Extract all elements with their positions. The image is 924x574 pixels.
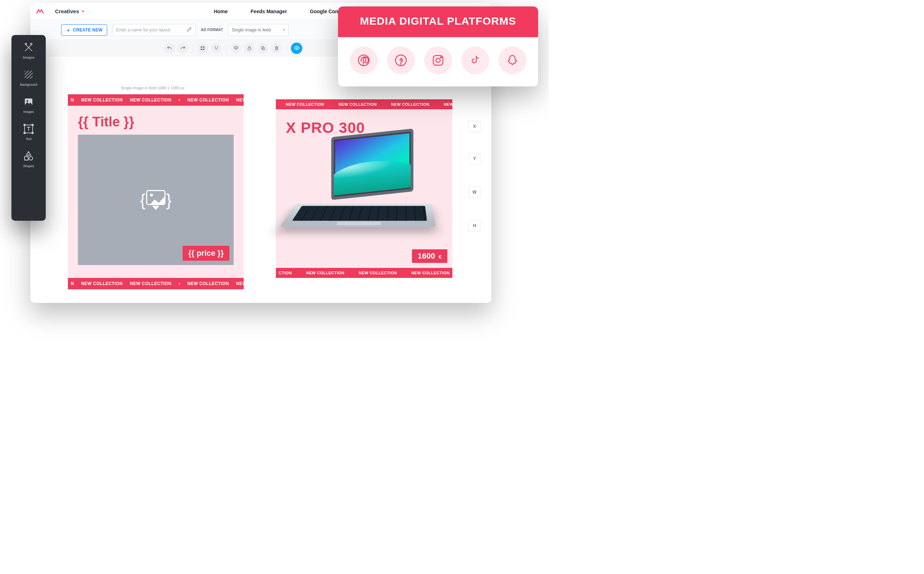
layout-name-placeholder: Enter a name for your layout <box>116 27 170 33</box>
sidebar-item-label: Background <box>20 83 37 87</box>
pinterest-icon[interactable] <box>350 46 377 74</box>
sidebar-item-label: Images <box>23 110 34 114</box>
chevron-down-icon <box>152 206 160 210</box>
ticker-segment: NEW CO <box>236 98 244 102</box>
ticker-segment: NEW COLLECTION <box>81 98 123 102</box>
redo-button[interactable] <box>178 43 188 54</box>
svg-rect-4 <box>248 48 251 50</box>
svg-rect-1 <box>203 46 204 47</box>
svg-rect-0 <box>201 46 202 47</box>
ticker-segment: NEW COLLECTION <box>359 271 397 275</box>
sidebar-item-label: Text <box>26 137 32 141</box>
tool-sidebar: Designs Background Images Text Shapes <box>11 35 46 221</box>
title-placeholder[interactable]: {{ Title }} <box>68 106 244 135</box>
ticker-segment: N <box>71 98 74 102</box>
prop-x[interactable]: X <box>468 121 480 132</box>
ticker-segment: NEW CO <box>236 281 244 286</box>
plus-icon: ＋ <box>66 27 71 33</box>
svg-point-11 <box>27 100 28 102</box>
undo-button[interactable] <box>164 43 175 54</box>
sidebar-item-designs[interactable]: Designs <box>11 41 46 59</box>
ticker-segment: NEW COLLECTION <box>130 281 172 286</box>
svg-rect-13 <box>24 124 25 126</box>
sidebar-item-images[interactable]: Images <box>11 96 46 114</box>
ticker-top: N NEW COLLECTION NEW COLLECTION • NEW CO… <box>68 94 244 106</box>
prop-w[interactable]: W <box>468 186 480 198</box>
instagram-icon[interactable] <box>424 46 452 74</box>
svg-point-22 <box>436 58 440 63</box>
designs-icon <box>22 41 35 54</box>
svg-point-19 <box>359 55 369 66</box>
ticker-segment: NEW COLLECTION <box>338 102 377 106</box>
image-placeholder[interactable]: { } {{ price }} <box>78 135 234 265</box>
layout-name-input[interactable]: Enter a name for your layout <box>112 24 196 36</box>
sidebar-item-background[interactable]: Background <box>11 69 46 87</box>
ticker-segment: NEW COLLECTION <box>130 98 172 102</box>
ticker-segment: N <box>71 281 74 286</box>
snapchat-icon[interactable] <box>498 46 526 74</box>
product-image: 1600 € <box>276 139 452 268</box>
tiktok-icon[interactable] <box>461 46 489 74</box>
svg-rect-3 <box>203 49 204 50</box>
sidebar-item-shapes[interactable]: Shapes <box>11 150 46 168</box>
create-new-button[interactable]: ＋ CREATE NEW <box>61 24 107 36</box>
app-logo <box>35 7 45 16</box>
nav-feeds-manager[interactable]: Feeds Manager <box>251 9 287 14</box>
product-price-currency: € <box>439 254 442 260</box>
copy-button[interactable] <box>257 43 269 54</box>
ticker-segment: NEW COLLECTION <box>188 98 229 102</box>
sidebar-item-label: Shapes <box>23 164 34 168</box>
template-card[interactable]: N NEW COLLECTION NEW COLLECTION • NEW CO… <box>68 94 244 289</box>
adformat-select[interactable]: Single image in feed ▾ <box>228 24 289 36</box>
create-new-label: CREATE NEW <box>73 27 103 33</box>
section-dropdown[interactable]: Creatives ▾ <box>55 8 84 14</box>
images-icon <box>22 96 35 108</box>
product-preview-card[interactable]: NEW COLLECTION NEW COLLECTION NEW COLLEC… <box>276 99 452 278</box>
layers-button[interactable] <box>231 43 241 54</box>
svg-rect-2 <box>201 49 202 50</box>
background-icon <box>22 69 35 81</box>
canvas-size-label: Single image in feed 1080 x 1080 px <box>121 86 184 90</box>
svg-point-23 <box>441 57 442 58</box>
ticker-segment: NEW COLLECTION <box>411 271 450 275</box>
product-price-tag: 1600 € <box>412 249 447 263</box>
sidebar-item-text[interactable]: Text <box>11 123 46 141</box>
svg-point-7 <box>296 47 297 49</box>
price-placeholder[interactable]: {{ price }} <box>183 246 229 261</box>
ticker-segment: CTION <box>279 271 292 275</box>
media-platforms-row <box>338 37 538 87</box>
shapes-icon <box>22 150 35 162</box>
canvas-area: Single image in feed 1080 x 1080 px N NE… <box>30 57 491 303</box>
divider <box>50 6 50 16</box>
chevron-down-icon: ▾ <box>283 28 285 32</box>
svg-point-18 <box>29 156 33 160</box>
preview-button[interactable] <box>291 43 302 54</box>
lock-button[interactable] <box>244 43 255 54</box>
product-price-value: 1600 <box>418 251 435 261</box>
snap-button[interactable] <box>211 43 221 54</box>
text-icon <box>22 123 35 135</box>
chevron-down-icon: ▾ <box>82 9 84 13</box>
media-platforms-panel: MEDIA DIGITAL PLATFORMS <box>338 6 538 87</box>
delete-button[interactable] <box>271 43 282 54</box>
prop-y[interactable]: Y <box>468 153 480 164</box>
svg-rect-17 <box>25 156 28 160</box>
svg-rect-15 <box>24 132 25 134</box>
svg-rect-9 <box>25 71 33 79</box>
svg-rect-16 <box>32 132 33 134</box>
facebook-icon[interactable] <box>387 46 415 74</box>
adformat-value: Single image in feed <box>232 27 271 33</box>
ticker-segment: NEW COLLECTION <box>188 281 229 286</box>
grid-button[interactable] <box>197 43 208 54</box>
media-platforms-title: MEDIA DIGITAL PLATFORMS <box>338 6 538 37</box>
prop-h[interactable]: H <box>468 220 480 232</box>
nav-home[interactable]: Home <box>214 9 227 14</box>
sidebar-item-label: Designs <box>23 56 35 59</box>
ticker-segment: NEW COLLECTION <box>81 281 123 286</box>
ticker-segment: NEW COLLECTION <box>306 271 344 275</box>
ticker-bottom: CTION NEW COLLECTION NEW COLLECTION NEW … <box>276 268 452 278</box>
svg-rect-14 <box>32 124 33 126</box>
ticker-segment: NEW COLLECTION <box>391 102 429 106</box>
pencil-icon <box>187 27 192 33</box>
ticker-bottom: N NEW COLLECTION NEW COLLECTION • NEW CO… <box>68 278 244 289</box>
